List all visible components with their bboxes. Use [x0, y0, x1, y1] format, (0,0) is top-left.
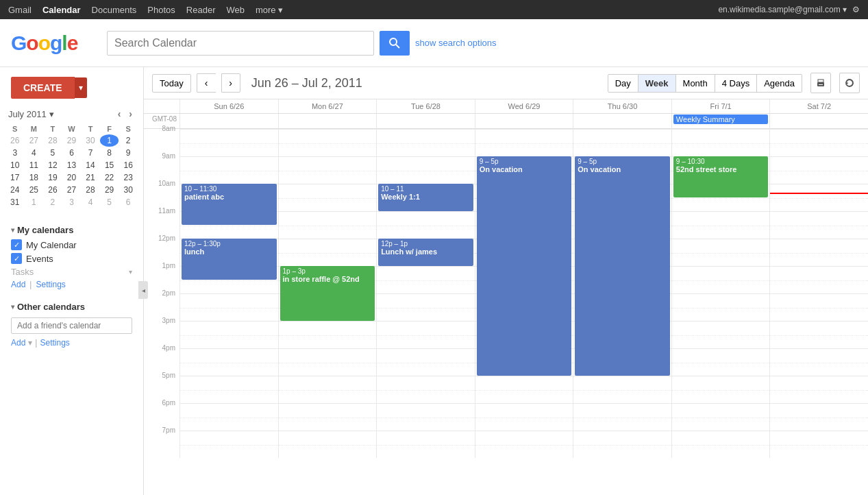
day-column[interactable]: 9 – 5pOn vacation	[475, 129, 573, 458]
calendar-event[interactable]: 9 – 5pOn vacation	[575, 156, 670, 376]
view-week-button[interactable]: Week	[638, 74, 676, 93]
view-day-button[interactable]: Day	[608, 74, 638, 93]
view-month-button[interactable]: Month	[676, 74, 715, 93]
calendar-event[interactable]: 12p – 1:30plunch	[182, 239, 277, 280]
mini-cal-day[interactable]: 20	[62, 171, 82, 184]
day-header[interactable]: Thu 6/30	[573, 99, 671, 113]
view-agenda-button[interactable]: Agenda	[757, 74, 802, 93]
mini-cal-day[interactable]: 21	[81, 171, 100, 184]
mini-cal-day[interactable]: 6	[119, 196, 138, 208]
mini-cal-day[interactable]: 6	[62, 147, 82, 159]
day-column[interactable]	[769, 129, 868, 458]
mini-cal-day[interactable]: 27	[62, 184, 82, 196]
allday-cell[interactable]	[573, 114, 671, 128]
day-header[interactable]: Fri 7/1	[671, 99, 770, 113]
day-column[interactable]: 10 – 11Weekly 1:112p – 1pLunch w/ james	[376, 129, 475, 458]
mini-cal-day[interactable]: 4	[25, 147, 44, 159]
calendar-event[interactable]: 12p – 1pLunch w/ james	[378, 239, 473, 266]
mini-cal-day[interactable]: 15	[100, 159, 119, 171]
settings-icon[interactable]: ⚙	[852, 5, 860, 14]
mini-cal-day[interactable]: 22	[100, 171, 119, 184]
allday-event[interactable]: Weekly Summary	[673, 114, 769, 124]
calendar-event[interactable]: 10 – 11Weekly 1:1	[378, 184, 473, 211]
mini-cal-day[interactable]: 2	[119, 134, 138, 147]
mini-cal-day[interactable]: 2	[43, 196, 62, 208]
day-header[interactable]: Wed 6/29	[475, 99, 573, 113]
mini-cal-day[interactable]: 14	[81, 159, 100, 171]
calendar-name[interactable]: Events	[26, 254, 53, 264]
calendar-checkbox[interactable]: ✓	[11, 253, 22, 264]
mini-cal-day[interactable]: 16	[119, 159, 138, 171]
search-button[interactable]	[380, 31, 410, 56]
create-button[interactable]: CREATE	[11, 77, 75, 99]
add-calendar-link[interactable]: Add	[11, 280, 25, 289]
topbar-photos[interactable]: Photos	[147, 5, 175, 15]
mini-cal-day[interactable]: 11	[25, 159, 44, 171]
mini-cal-day[interactable]: 10	[5, 159, 25, 171]
topbar-web[interactable]: Web	[226, 5, 245, 15]
topbar-reader[interactable]: Reader	[186, 5, 216, 15]
day-column[interactable]: 9 – 5pOn vacation	[573, 129, 671, 458]
user-email[interactable]: en.wikimedia.sample@gmail.com ▾	[718, 5, 847, 14]
mini-cal-day[interactable]: 1	[100, 134, 119, 147]
my-calendars-title[interactable]: ▾ My calendars	[11, 225, 132, 235]
prev-button[interactable]: ‹	[197, 73, 216, 93]
mini-cal-day[interactable]: 25	[25, 184, 44, 196]
day-header[interactable]: Sat 7/2	[769, 99, 868, 113]
mini-cal-day[interactable]: 27	[25, 134, 44, 147]
mini-cal-day[interactable]: 7	[81, 147, 100, 159]
mini-cal-day[interactable]: 9	[119, 147, 138, 159]
day-header[interactable]: Tue 6/28	[376, 99, 475, 113]
mini-cal-day[interactable]: 30	[119, 184, 138, 196]
calendar-checkbox[interactable]: ✓	[11, 239, 22, 250]
mini-cal-day[interactable]: 23	[119, 171, 138, 184]
create-dropdown-button[interactable]: ▾	[75, 77, 87, 98]
day-header[interactable]: Sun 6/26	[179, 99, 278, 113]
day-header[interactable]: Mon 6/27	[278, 99, 377, 113]
mini-cal-day[interactable]: 3	[5, 147, 25, 159]
calendar-event[interactable]: 9 – 10:3052nd street store	[673, 156, 769, 197]
mini-cal-day[interactable]: 28	[81, 184, 100, 196]
mini-cal-day[interactable]: 17	[5, 171, 25, 184]
calendar-event[interactable]: 1p – 3pin store raffle @ 52nd	[280, 266, 375, 321]
mini-cal-day[interactable]: 31	[5, 196, 25, 208]
mini-cal-day[interactable]: 13	[62, 159, 82, 171]
allday-cell[interactable]	[475, 114, 573, 128]
topbar-gmail[interactable]: Gmail	[8, 5, 32, 15]
mini-cal-day[interactable]: 5	[43, 147, 62, 159]
allday-cell[interactable]	[376, 114, 475, 128]
today-button[interactable]: Today	[152, 74, 191, 93]
topbar-more[interactable]: more ▾	[256, 5, 283, 15]
mini-cal-day[interactable]: 4	[81, 196, 100, 208]
mini-cal-day[interactable]: 26	[5, 134, 25, 147]
topbar-documents[interactable]: Documents	[92, 5, 137, 15]
allday-cell[interactable]	[769, 114, 868, 128]
topbar-calendar[interactable]: Calendar	[42, 5, 81, 15]
add-friend-calendar-input[interactable]	[11, 317, 132, 334]
mini-cal-day[interactable]: 8	[100, 147, 119, 159]
calendar-settings-link[interactable]: Settings	[36, 280, 65, 289]
day-column[interactable]: 10 – 11:30patient abc12p – 1:30plunch	[179, 129, 278, 458]
mini-cal-next[interactable]: ›	[126, 107, 135, 121]
view-4days-button[interactable]: 4 Days	[715, 74, 757, 93]
mini-cal-day[interactable]: 29	[62, 134, 82, 147]
mini-cal-day[interactable]: 1	[25, 196, 44, 208]
tasks-dropdown[interactable]: ▾	[129, 268, 132, 276]
refresh-button[interactable]	[839, 73, 860, 93]
mini-cal-title[interactable]: July 2011 ▾	[8, 109, 54, 119]
next-button[interactable]: ›	[221, 73, 240, 93]
mini-cal-day[interactable]: 5	[100, 196, 119, 208]
allday-cell[interactable]: Weekly Summary	[671, 114, 770, 128]
mini-cal-day[interactable]: 3	[62, 196, 82, 208]
calendar-name[interactable]: My Calendar	[26, 240, 77, 250]
day-column[interactable]: 9 – 10:3052nd street store	[671, 129, 770, 458]
sidebar-collapse-handle[interactable]: ◂	[138, 281, 148, 299]
print-button[interactable]	[810, 73, 831, 93]
other-settings-link[interactable]: Settings	[40, 338, 69, 348]
mini-cal-day[interactable]: 28	[43, 134, 62, 147]
allday-cell[interactable]	[278, 114, 377, 128]
other-calendars-title[interactable]: ▾ Other calendars	[11, 302, 132, 312]
allday-cell[interactable]	[179, 114, 278, 128]
day-column[interactable]: 1p – 3pin store raffle @ 52nd	[278, 129, 377, 458]
calendar-event[interactable]: 10 – 11:30patient abc	[182, 184, 277, 225]
